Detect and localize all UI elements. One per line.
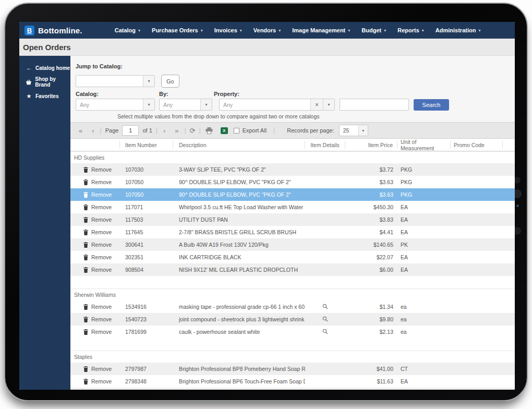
table-row[interactable]: Remove 302351 INK CARTRIDGE BLACK $22.07… <box>70 251 515 263</box>
chevron-down-icon[interactable]: ▾ <box>143 99 154 110</box>
sidebar-item-catalog-home[interactable]: ← Catalog home <box>19 62 70 74</box>
chevron-down-icon[interactable]: ▾ <box>143 76 154 87</box>
item-price: $3.72 <box>345 166 397 173</box>
item-details-magnifier-icon[interactable] <box>322 304 328 310</box>
nav-item-reports[interactable]: Reports▾ <box>397 27 424 33</box>
property-combobox[interactable]: Any × ▾ <box>219 99 335 111</box>
item-description: Whirlpool 3.5 cu.ft HE Top Load Washer w… <box>173 204 305 210</box>
remove-button[interactable]: Remove <box>70 316 120 322</box>
remove-button[interactable]: Remove <box>70 229 120 235</box>
trash-icon <box>83 255 88 260</box>
item-unit: EA <box>397 378 451 384</box>
column-header-item-number[interactable]: Item Number <box>120 141 173 149</box>
sidebar-item-favorites[interactable]: ★ Favorites <box>19 90 70 102</box>
remove-button[interactable]: Remove <box>70 304 120 310</box>
export-excel-icon[interactable]: X <box>221 127 228 134</box>
jump-to-catalog-label: Jump to Catalog: <box>76 63 515 69</box>
filters-panel: Jump to Catalog: ▾ Go Catalog: By: Prope… <box>70 56 515 122</box>
page-number-input[interactable] <box>122 125 139 136</box>
search-button[interactable]: Search <box>414 99 449 111</box>
remove-button[interactable]: Remove <box>70 329 120 335</box>
item-details-magnifier-icon[interactable] <box>322 329 328 335</box>
main-panel: Jump to Catalog: ▾ Go Catalog: By: Prope… <box>70 56 515 390</box>
nav-item-catalog[interactable]: Catalog▾ <box>115 27 140 33</box>
first-page-button[interactable]: « <box>77 127 84 135</box>
item-description: INK CARTRIDGE BLACK <box>173 254 305 260</box>
sidebar: ← Catalog home Shop by Brand ★ Favorites <box>19 56 70 390</box>
chevron-down-icon[interactable]: ▾ <box>358 125 368 136</box>
trash-icon <box>83 242 88 248</box>
remove-button[interactable]: Remove <box>70 267 120 273</box>
page-title: Open Orders <box>23 43 71 52</box>
remove-button[interactable]: Remove <box>70 179 120 185</box>
keyword-input[interactable] <box>340 99 409 111</box>
remove-button[interactable]: Remove <box>70 166 120 173</box>
print-icon[interactable] <box>205 127 213 134</box>
remove-button[interactable]: Remove <box>70 216 120 223</box>
item-number: 107030 <box>120 166 173 173</box>
clear-icon[interactable]: × <box>310 99 323 110</box>
nav-item-budget[interactable]: Budget▾ <box>361 27 386 33</box>
item-description: Brighton Professional BP8 Pomeberry Hand… <box>173 366 305 372</box>
item-unit: EA <box>397 254 451 260</box>
next-page-button[interactable]: › <box>161 127 167 135</box>
go-button[interactable]: Go <box>161 75 179 88</box>
by-select[interactable]: Any ▾ <box>159 99 212 111</box>
table-row[interactable]: Remove 1534916 masking tape - profession… <box>70 300 515 313</box>
item-description: 90^ DOUBLE SLIP ELBOW, PVC "PKG OF 2" <box>173 179 305 185</box>
catalog-select[interactable]: Any ▾ <box>76 99 155 111</box>
page-title-bar: Open Orders <box>19 39 515 56</box>
item-number: 107050 <box>120 179 173 185</box>
table-row[interactable]: Remove 107050 90^ DOUBLE SLIP ELBOW, PVC… <box>70 176 515 188</box>
table-row[interactable]: Remove 107030 3-WAY SLIP TEE, PVC "PKG O… <box>70 163 515 176</box>
previous-page-button[interactable]: ‹ <box>90 127 96 135</box>
app-screen: B Bottomline. Catalog▾ Purchase Orders▾ … <box>19 22 515 390</box>
table-row[interactable]: Remove 2797987 Brighton Professional BP8… <box>70 363 515 375</box>
remove-button[interactable]: Remove <box>70 242 120 248</box>
item-number: 1534916 <box>120 304 173 310</box>
table-row[interactable]: Remove 117071 Whirlpool 3.5 cu.ft HE Top… <box>70 201 515 213</box>
chevron-down-icon[interactable]: ▾ <box>200 99 212 110</box>
chevron-down-icon: ▾ <box>201 28 203 33</box>
table-row[interactable]: Remove 2798348 Brighton Professional BP6… <box>70 375 515 388</box>
table-row[interactable]: Remove 117645 2-7/8" BRASS BRISTLE GRILL… <box>70 226 515 238</box>
brand-name: Bottomline. <box>38 26 82 35</box>
chevron-down-icon: ▾ <box>422 28 424 33</box>
brand-logo[interactable]: B Bottomline. <box>25 26 82 35</box>
nav-item-image-management[interactable]: Image Management▾ <box>292 27 350 33</box>
column-header-description[interactable]: Description <box>173 141 305 149</box>
column-header-promo-code[interactable]: Promo Code <box>451 141 503 149</box>
nav-item-invoices[interactable]: Invoices▾ <box>214 27 242 33</box>
refresh-icon[interactable]: ⟳ <box>190 127 196 135</box>
records-per-page-select[interactable]: 25 ▾ <box>339 125 368 136</box>
chevron-down-icon: ▾ <box>478 28 480 33</box>
table-row[interactable]: Remove 1781699 caulk - powerhouse sealan… <box>70 326 515 338</box>
table-row[interactable]: Remove 908504 NISH 9X12' MIL CLEAR PLAST… <box>70 263 515 276</box>
item-number: 302351 <box>120 254 173 260</box>
item-unit: ea <box>397 316 451 322</box>
item-number: 117645 <box>120 229 173 235</box>
last-page-button[interactable]: » <box>173 127 180 135</box>
export-all-checkbox[interactable] <box>234 128 239 134</box>
nav-item-administration[interactable]: Administration▾ <box>436 27 481 33</box>
remove-button[interactable]: Remove <box>70 378 120 384</box>
sidebar-item-shop-by-brand[interactable]: Shop by Brand <box>19 74 70 90</box>
table-row[interactable]: Remove 117503 UTILITY DUST PAN $3.83 EA <box>70 213 515 226</box>
column-header-item-details[interactable]: Item Details <box>305 141 345 149</box>
jump-to-catalog-select[interactable]: ▾ <box>76 75 155 87</box>
item-details-magnifier-icon[interactable] <box>322 316 328 323</box>
column-header-item-price[interactable]: Item Price <box>345 141 397 149</box>
chevron-down-icon[interactable]: ▾ <box>323 99 334 110</box>
table-row[interactable]: Remove 300641 A Bulb 40W A19 Frost 130V … <box>70 238 515 251</box>
nav-item-purchase-orders[interactable]: Purchase Orders▾ <box>152 27 203 33</box>
remove-button[interactable]: Remove <box>70 204 120 210</box>
remove-button[interactable]: Remove <box>70 366 120 372</box>
nav-item-vendors[interactable]: Vendors▾ <box>253 27 281 33</box>
table-row-selected[interactable]: Remove 107050 90^ DOUBLE SLIP ELBOW, PVC… <box>70 188 515 201</box>
remove-button[interactable]: Remove <box>70 254 120 260</box>
table-header: Item Number Description Item Details Ite… <box>70 139 515 151</box>
column-header-unit-of-measurement[interactable]: Unit of Measurement <box>397 141 451 149</box>
back-arrow-icon: ← <box>26 65 32 71</box>
table-row[interactable]: Remove 1540723 joint compound - sheetroc… <box>70 313 515 326</box>
remove-button[interactable]: Remove <box>70 191 120 198</box>
